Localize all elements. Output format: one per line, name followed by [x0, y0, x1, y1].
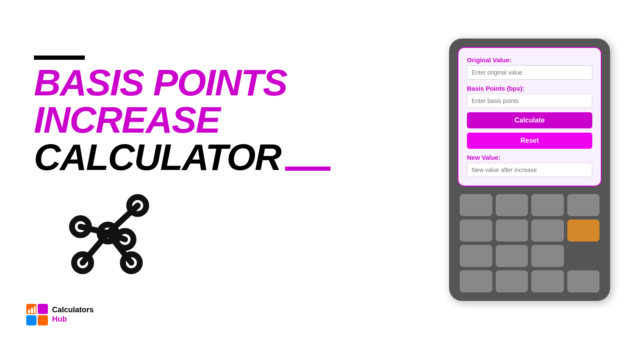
underline-decoration: [285, 167, 330, 171]
calculator-screen: Original Value: Basis Points (bps): Calc…: [458, 47, 602, 186]
logo-icon: [25, 303, 49, 326]
top-decorative-bar: [34, 56, 85, 60]
svg-rect-12: [38, 304, 48, 314]
logo-text: Calculators Hub: [52, 306, 94, 324]
key-12[interactable]: [496, 270, 528, 292]
calculator-keypad: [458, 194, 602, 292]
key-7[interactable]: [531, 220, 564, 242]
key-8[interactable]: [460, 245, 492, 267]
svg-rect-17: [34, 306, 36, 313]
svg-rect-15: [28, 310, 30, 313]
key-14[interactable]: [567, 270, 600, 292]
basis-points-input[interactable]: [467, 94, 592, 108]
svg-rect-13: [26, 315, 36, 325]
title-line2: INCREASE: [34, 101, 330, 139]
key-5[interactable]: [460, 220, 492, 242]
calculator-widget: Original Value: Basis Points (bps): Calc…: [449, 39, 610, 301]
graph-icon: [59, 184, 330, 283]
original-value-input[interactable]: [467, 65, 592, 80]
key-2[interactable]: [496, 194, 528, 216]
svg-rect-16: [31, 308, 33, 313]
key-3[interactable]: [531, 194, 564, 216]
key-1[interactable]: [460, 194, 492, 216]
svg-rect-14: [38, 315, 48, 325]
key-4[interactable]: [567, 194, 600, 216]
key-9[interactable]: [496, 245, 528, 267]
calculate-button[interactable]: Calculate: [467, 112, 592, 128]
logo: Calculators Hub: [25, 303, 94, 326]
key-13[interactable]: [531, 270, 564, 292]
left-section: BASIS POINTS INCREASE CALCULATOR: [34, 56, 330, 283]
new-value-output: [467, 163, 592, 177]
key-orange-tall[interactable]: [567, 220, 600, 242]
original-value-label: Original Value:: [467, 56, 592, 64]
reset-button[interactable]: Reset: [467, 133, 592, 149]
basis-points-label: Basis Points (bps):: [467, 85, 592, 92]
key-10[interactable]: [531, 245, 564, 267]
key-11[interactable]: [460, 270, 492, 292]
new-value-label: New Value:: [467, 154, 592, 161]
right-section: Original Value: Basis Points (bps): Calc…: [449, 39, 610, 301]
title-line3: CALCULATOR: [34, 139, 330, 176]
key-6[interactable]: [496, 220, 528, 242]
title-line1: BASIS POINTS: [34, 64, 330, 101]
svg-line-8: [83, 233, 108, 263]
